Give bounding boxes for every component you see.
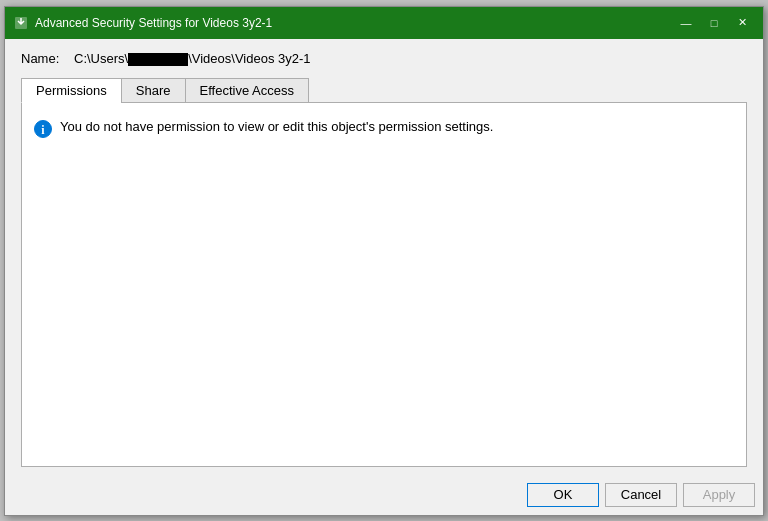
window-content: Name: C:\Users\\Videos\Videos 3y2-1 Perm… xyxy=(5,39,763,475)
apply-button[interactable]: Apply xyxy=(683,483,755,507)
minimize-button[interactable]: — xyxy=(673,13,699,33)
name-value: C:\Users\\Videos\Videos 3y2-1 xyxy=(74,51,311,66)
info-message-text: You do not have permission to view or ed… xyxy=(60,119,493,134)
tab-share[interactable]: Share xyxy=(121,78,185,103)
name-row: Name: C:\Users\\Videos\Videos 3y2-1 xyxy=(21,51,747,66)
name-label: Name: xyxy=(21,51,66,66)
window-icon xyxy=(13,15,29,31)
title-bar: Advanced Security Settings for Videos 3y… xyxy=(5,7,763,39)
title-bar-controls: — □ ✕ xyxy=(673,13,755,33)
path-suffix: \Videos\Videos 3y2-1 xyxy=(188,51,310,66)
info-icon: i xyxy=(34,120,52,138)
main-window: Advanced Security Settings for Videos 3y… xyxy=(4,6,764,516)
cancel-button[interactable]: Cancel xyxy=(605,483,677,507)
ok-button[interactable]: OK xyxy=(527,483,599,507)
info-message: i You do not have permission to view or … xyxy=(34,119,734,138)
tab-permissions[interactable]: Permissions xyxy=(21,78,121,103)
path-prefix: C:\Users\ xyxy=(74,51,128,66)
title-bar-text: Advanced Security Settings for Videos 3y… xyxy=(35,16,673,30)
close-button[interactable]: ✕ xyxy=(729,13,755,33)
footer: OK Cancel Apply xyxy=(5,475,763,515)
content-area: i You do not have permission to view or … xyxy=(21,103,747,467)
tab-effective-access[interactable]: Effective Access xyxy=(185,78,309,103)
redacted-username xyxy=(128,53,188,66)
tabs-row: Permissions Share Effective Access xyxy=(21,78,747,103)
maximize-button[interactable]: □ xyxy=(701,13,727,33)
